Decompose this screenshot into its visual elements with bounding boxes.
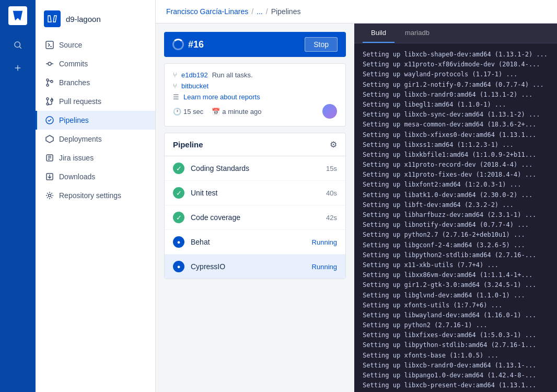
step-time-cypressio: Running xyxy=(312,263,337,271)
step-name-behat: Behat xyxy=(191,238,306,246)
terminal-line: Setting up mesa-common-dev:amd64 (18.3.6… xyxy=(363,120,549,130)
terminal-line: Setting up python2 (2.7.16-1) ... xyxy=(363,320,549,330)
terminal-line: Setting up libegl1:amd64 (1.1.0-1) ... xyxy=(363,100,549,110)
sidebar-item-downloads[interactable]: Downloads xyxy=(36,167,155,186)
app-logo[interactable] xyxy=(8,6,27,25)
sidebar-label-pull-requests: Pull requests xyxy=(59,97,101,106)
step-time-coding-standards: 15s xyxy=(326,165,337,172)
repo-icon xyxy=(44,10,61,27)
step-name-unit-test: Unit test xyxy=(191,189,320,197)
sidebar-item-branches[interactable]: Branches xyxy=(36,73,155,92)
sidebar-item-pipelines[interactable]: Pipelines xyxy=(36,111,155,130)
learn-more-link[interactable]: Learn more about reports xyxy=(183,93,260,101)
stop-button[interactable]: Stop xyxy=(305,37,338,52)
duration-value: 15 sec xyxy=(183,108,203,116)
step-row-code-coverage[interactable]: ✓ Code coverage 42s xyxy=(165,205,345,230)
step-row-coding-standards[interactable]: ✓ Coding Standards 15s xyxy=(165,156,345,181)
svg-point-5 xyxy=(48,62,51,65)
terminal-tabs: Build mariadb xyxy=(354,24,557,43)
commit-hash[interactable]: e1db192 xyxy=(181,71,208,79)
sidebar-label-branches: Branches xyxy=(59,78,90,87)
create-icon[interactable] xyxy=(8,59,27,77)
icon-bar xyxy=(0,0,36,392)
terminal-line: Setting up gir1.2-notify-0.7:amd64 (0.7.… xyxy=(363,80,549,90)
terminal-line: Setting up libxfont2:amd64 (1:2.0.3-1) .… xyxy=(363,180,549,190)
terminal-line: Setting up libxcb-sync-dev:amd64 (1.13.1… xyxy=(363,110,549,120)
settings-icon[interactable]: ⚙ xyxy=(330,140,337,149)
terminal-body[interactable]: Setting up libxcb-shape0-dev:amd64 (1.13… xyxy=(354,43,557,392)
terminal-line: Setting up gir1.2-gtk-3.0:amd64 (3.24.5-… xyxy=(363,280,549,290)
step-time-code-coverage: 42s xyxy=(326,214,337,222)
sidebar-item-deployments[interactable]: Deployments xyxy=(36,130,155,148)
terminal-tab-mariadb[interactable]: mariadb xyxy=(397,24,438,43)
sidebar-item-commits[interactable]: Commits xyxy=(36,54,155,73)
step-status-running-behat: ● xyxy=(173,236,184,248)
main-content: Francisco García-Linares / ... / Pipelin… xyxy=(156,0,557,392)
learn-more-row: ☰ Learn more about reports xyxy=(173,93,337,101)
terminal-line: Setting up libwayland-dev:amd64 (1.16.0-… xyxy=(363,310,549,320)
step-row-behat[interactable]: ● Behat Running xyxy=(165,230,345,255)
terminal-line: Setting up wayland-protocols (1.17-1) ..… xyxy=(363,70,549,79)
terminal-line: Setting up libxcb-xfixes0-dev:amd64 (1.1… xyxy=(363,130,549,140)
breadcrumb-dots[interactable]: ... xyxy=(257,7,263,16)
sidebar-nav: Source Commits Branches Pull requests Pi… xyxy=(36,36,155,205)
terminal-line: Setting up x11proto-fixes-dev (1:2018.4-… xyxy=(363,170,549,180)
sidebar-item-pull-requests[interactable]: Pull requests xyxy=(36,92,155,111)
terminal-line: Setting up x11proto-xf86vidmode-dev (201… xyxy=(363,60,549,70)
sidebar-item-source[interactable]: Source xyxy=(36,36,155,54)
step-status-success-code-coverage: ✓ xyxy=(173,212,184,223)
pipeline-info-card: ⑂ e1db192 Run all tasks. ⑂ bitbucket ☰ L… xyxy=(164,63,346,126)
clock-icon: 🕐 xyxy=(173,108,181,116)
repo-link-row: ⑂ bitbucket xyxy=(173,82,337,90)
sidebar-label-downloads: Downloads xyxy=(59,172,95,181)
repo-link[interactable]: bitbucket xyxy=(181,82,208,90)
svg-point-17 xyxy=(49,194,51,197)
link-icon: ⑂ xyxy=(173,82,177,90)
sidebar-label-pipelines: Pipelines xyxy=(59,116,89,124)
svg-line-1 xyxy=(19,47,21,48)
commit-branch-icon: ⑂ xyxy=(173,71,177,79)
search-icon[interactable] xyxy=(8,36,27,54)
terminal-line: Setting up xfonts-utils (1:7.7+6) ... xyxy=(363,301,549,310)
step-row-cypressio[interactable]: ● CypressIO Running xyxy=(165,255,345,279)
steps-card: Pipeline ⚙ ✓ Coding Standards 15s ✓ Unit… xyxy=(164,133,346,279)
avatar-image xyxy=(322,104,337,119)
step-time-unit-test: 40s xyxy=(326,189,337,197)
step-status-running-cypressio: ● xyxy=(173,261,184,272)
terminal-line: Setting up libxcb-shape0-dev:amd64 (1.13… xyxy=(363,50,549,60)
terminal-line: Setting up x11proto-record-dev (2018.4-4… xyxy=(363,160,549,170)
breadcrumb-user[interactable]: Francisco García-Linares xyxy=(166,7,248,16)
sidebar-item-jira-issues[interactable]: Jira issues xyxy=(36,148,155,167)
step-name-code-coverage: Code coverage xyxy=(191,213,320,222)
avatar xyxy=(322,104,337,119)
pipeline-meta: 🕐 15 sec 📅 a minute ago xyxy=(173,104,337,119)
terminal-tab-build[interactable]: Build xyxy=(363,24,394,43)
breadcrumb-current: Pipelines xyxy=(271,7,301,16)
sidebar-label-repository-settings: Repository settings xyxy=(59,191,121,200)
step-status-success-coding-standards: ✓ xyxy=(173,163,184,174)
terminal-line: Setting up libharfbuzz-dev:amd64 (2.3.1-… xyxy=(363,210,549,220)
terminal-line: Setting up libpango1.0-dev:amd64 (1.42.4… xyxy=(363,371,549,381)
timestamp-meta: 📅 a minute ago xyxy=(212,108,261,116)
steps-title: Pipeline xyxy=(173,140,203,149)
calendar-icon: 📅 xyxy=(212,108,220,116)
commit-row: ⑂ e1db192 Run all tasks. xyxy=(173,71,337,79)
sidebar-label-source: Source xyxy=(59,41,82,49)
sidebar-item-repository-settings[interactable]: Repository settings xyxy=(36,186,155,205)
pipeline-header-card: #16 Stop xyxy=(164,32,346,57)
terminal-line: Setting up python2.7 (2.7.16-2+deb10u1) … xyxy=(363,230,549,240)
step-time-behat: Running xyxy=(312,238,337,246)
breadcrumb-sep1: / xyxy=(251,7,253,16)
terminal-line: Setting up libxcb-randr0-dev:amd64 (1.13… xyxy=(363,361,549,371)
sidebar: d9-lagoon Source Commits Branches Pull r… xyxy=(36,0,156,392)
pipeline-spinner xyxy=(172,39,184,50)
terminal-line: Setting up libatk1.0-dev:amd64 (2.30.0-2… xyxy=(363,190,549,200)
sidebar-label-commits: Commits xyxy=(59,60,88,68)
step-row-unit-test[interactable]: ✓ Unit test 40s xyxy=(165,181,345,205)
terminal-line: Setting up libxkbfile1:amd64 (1:1.0.9-2+… xyxy=(363,150,549,160)
pipeline-id: #16 xyxy=(172,39,204,50)
terminal-line: Setting up x11-xkb-utils (7.7+4) ... xyxy=(363,260,549,270)
terminal-panel: Build mariadb Setting up libxcb-shape0-d… xyxy=(354,24,557,392)
steps-header: Pipeline ⚙ xyxy=(165,133,345,156)
svg-point-9 xyxy=(47,84,49,86)
